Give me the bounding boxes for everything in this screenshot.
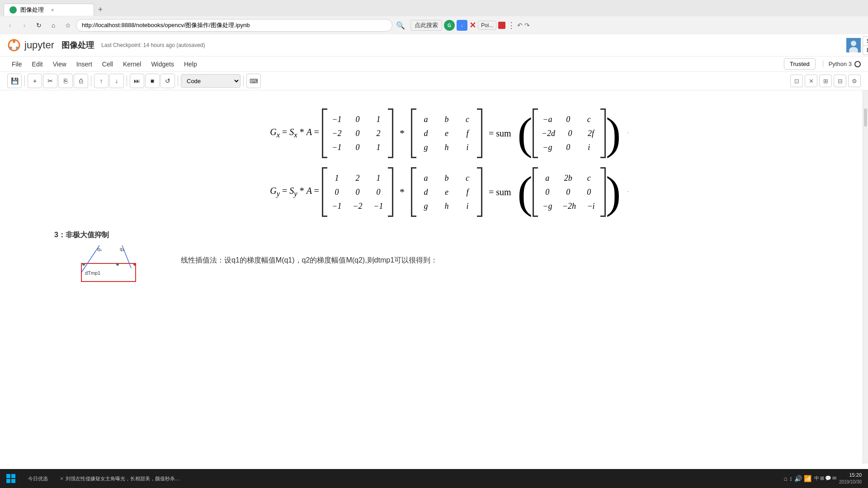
undo-btn[interactable]: ↶ [517, 22, 523, 29]
tab-title: 图像处理 [20, 6, 44, 14]
eq1-matrix1: −101 −202 −101 [322, 108, 393, 158]
address-input[interactable] [76, 19, 392, 32]
logout-button[interactable]: Logout [863, 45, 868, 55]
svg-rect-19 [11, 479, 15, 483]
user-avatar [846, 38, 861, 52]
reload-button[interactable]: ↻ [33, 19, 45, 32]
eq1-matrix2: abc def ghi [411, 108, 482, 158]
diagram-image: dTmp1 q₁ q₂ [54, 245, 163, 291]
eq2-star1: * [396, 186, 408, 198]
svg-point-11 [82, 263, 85, 266]
stop-button[interactable]: ■ [145, 74, 160, 88]
back-button[interactable]: ‹ [4, 19, 16, 32]
kernel-info: Python 3 [823, 61, 861, 67]
diagram-area: dTmp1 q₁ q₂ 线性插值法：设q1的梯度幅值M(q1)，q2的梯度幅值M… [54, 245, 844, 291]
toolbar-extra5[interactable]: ⚙ [848, 75, 861, 87]
eq1-result: ( −a0c −2d02f −g0i ) [518, 108, 621, 158]
menu-kernel[interactable]: Kernel [118, 59, 146, 70]
cut-button[interactable]: ✂ [43, 74, 57, 88]
taskbar-right-area: ⌂ ↕ 🔊 📶 中 ⊞ 💬 ✉ 15:20 2019/10/30 [783, 472, 865, 485]
time-label: 15:20 [839, 472, 862, 479]
toolbar-extra2[interactable]: ✕ [805, 75, 817, 87]
notification-area: 中 ⊞ 💬 ✉ [814, 475, 836, 482]
eq1-star1: * [396, 127, 408, 139]
ext-download: ↓ [457, 20, 467, 31]
move-down-button[interactable]: ↓ [109, 74, 124, 88]
jupyter-logo-svg [7, 38, 21, 52]
skip-to-button[interactable]: ⏭ [130, 74, 144, 88]
eq2-output-marker: ∙ [627, 188, 629, 196]
menu-view[interactable]: View [48, 59, 71, 70]
extensions-toggle[interactable]: ⋮ [507, 20, 515, 30]
svg-point-1 [13, 40, 15, 43]
bookmark-button[interactable]: ☆ [61, 19, 74, 32]
eq2-equals: = sum [485, 187, 515, 197]
jupyter-header: jupyter 图像处理 Last Checkpoint: 14 hours a… [0, 34, 868, 56]
home-button[interactable]: ⌂ [47, 19, 60, 32]
toolbar-extra4[interactable]: ⊟ [834, 75, 846, 87]
header-right: Start Logout [846, 38, 861, 52]
menu-widgets[interactable]: Widgets [146, 59, 179, 70]
move-up-button[interactable]: ↑ [94, 74, 108, 88]
svg-point-2 [16, 47, 19, 49]
toolbar-extra3[interactable]: ⊞ [819, 75, 832, 87]
start-button[interactable]: Start [863, 36, 868, 46]
taskbar-time-display: 15:20 2019/10/30 [839, 472, 862, 485]
jupyter-logo-text: jupyter [24, 39, 54, 51]
add-cell-button[interactable]: + [28, 74, 42, 88]
menu-file[interactable]: File [7, 59, 27, 70]
notebook-title[interactable]: 图像处理 [61, 40, 94, 51]
svg-line-7 [81, 245, 99, 272]
checkpoint-text: Last Checkpoint: 14 hours ago (autosaved… [101, 42, 205, 48]
date-label: 2019/10/30 [839, 479, 862, 485]
menu-edit[interactable]: Edit [28, 59, 47, 70]
copy-button[interactable]: ⎘ [58, 74, 73, 88]
eq1-equals: = sum [485, 128, 515, 139]
redo-btn[interactable]: ↷ [524, 22, 530, 29]
equation1-block: Gx = Sx * A = −101 −202 −101 * [54, 108, 844, 158]
svg-text:q₂: q₂ [120, 247, 124, 252]
menu-insert[interactable]: Insert [72, 59, 97, 70]
jupyter-logo: jupyter [7, 38, 54, 52]
svg-rect-16 [6, 474, 10, 478]
taskbar-news-text: 刘强左性侵嫌疑女主角曝光，长相甜美，颜值秒杀章泽天！ [66, 475, 183, 482]
content-area: Gx = Sx * A = −101 −202 −101 * [0, 90, 868, 464]
windows-start-button[interactable] [3, 470, 19, 487]
browser-chrome: 图像处理 × + ‹ › ↻ ⌂ ☆ 🔍 点此搜索 G ↓ ✕ Poi... ⋮… [0, 0, 868, 34]
kernel-label: Python 3 [829, 61, 852, 67]
poi-label: Poi... [478, 21, 496, 30]
red-x-btn[interactable]: ✕ [469, 20, 476, 30]
taskbar-item-selection[interactable]: 今日优选 [20, 470, 56, 487]
eq2-lhs: Gy = Sy * A = [270, 186, 319, 198]
cell-type-select[interactable]: Code Markdown Raw NBConvert Heading [181, 74, 241, 88]
extensions-area: 点此搜索 G ↓ ✕ Poi... [410, 20, 505, 31]
svg-rect-18 [6, 479, 10, 483]
tab-close-button[interactable]: × [51, 7, 54, 13]
kernel-status-circle [854, 61, 861, 67]
svg-point-5 [851, 41, 856, 46]
eq2-matrix2: abc def ghi [411, 167, 482, 217]
forward-button[interactable]: › [18, 19, 31, 32]
toolbar-extra1[interactable]: ⊡ [790, 75, 803, 87]
windows-icon [6, 474, 15, 483]
paste-button[interactable]: ⎙ [74, 74, 88, 88]
sys-icon-3: 🔊 [794, 475, 802, 482]
menu-help[interactable]: Help [179, 59, 202, 70]
search-mini-input[interactable]: 点此搜索 [410, 20, 442, 31]
keyboard-shortcuts-button[interactable]: ⌨ [246, 74, 261, 88]
sys-icon-1: ⌂ [783, 475, 787, 482]
sys-icon-2: ↕ [789, 475, 793, 482]
search-icon: 🔍 [396, 21, 405, 30]
tab-bar: 图像处理 × + [0, 0, 868, 16]
save-button[interactable]: 💾 [7, 74, 22, 88]
scrollbar[interactable] [863, 90, 868, 464]
restart-button[interactable]: ↺ [160, 74, 175, 88]
browser-tab[interactable]: 图像处理 × [4, 4, 94, 16]
toolbar: 💾 + ✂ ⎘ ⎙ ↑ ↓ ⏭ ■ ↺ Code Markdown Raw NB… [0, 72, 868, 90]
eq1-lhs: Gx = Sx * A = [270, 127, 319, 140]
menu-cell[interactable]: Cell [98, 59, 118, 70]
new-tab-button[interactable]: + [94, 3, 107, 16]
menu-bar: File Edit View Insert Cell Kernel Widget… [0, 56, 868, 72]
trusted-button[interactable]: Trusted [784, 58, 816, 70]
taskbar-item-news[interactable]: ✕ 刘强左性侵嫌疑女主角曝光，长相甜美，颜值秒杀章泽天！ [57, 470, 186, 487]
